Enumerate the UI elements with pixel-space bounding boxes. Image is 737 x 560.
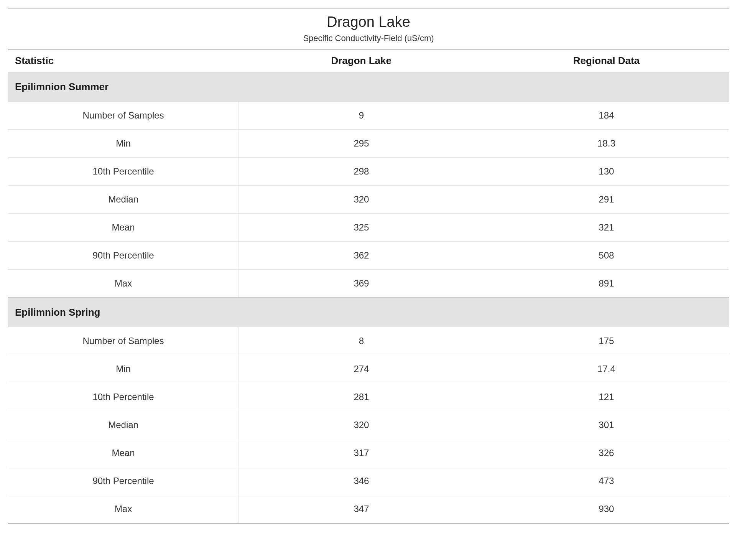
regional-value-cell: 130 — [484, 158, 729, 186]
regional-value-cell: 18.3 — [484, 130, 729, 158]
site-value-cell: 8 — [239, 327, 484, 355]
site-value-cell: 320 — [239, 186, 484, 214]
regional-value-cell: 17.4 — [484, 355, 729, 383]
bottom-rule — [8, 523, 729, 524]
site-value-cell: 347 — [239, 495, 484, 523]
site-value-cell: 274 — [239, 355, 484, 383]
table-row: 90th Percentile346473 — [8, 467, 729, 495]
site-value-cell: 346 — [239, 467, 484, 495]
site-value-cell: 369 — [239, 270, 484, 298]
site-value-cell: 320 — [239, 411, 484, 439]
section-header: Epilimnion Summer — [8, 72, 729, 102]
regional-value-cell: 473 — [484, 467, 729, 495]
stat-name-cell: Min — [8, 130, 239, 158]
table-row: Max347930 — [8, 495, 729, 523]
table-row: Max369891 — [8, 270, 729, 298]
stat-name-cell: Mean — [8, 214, 239, 242]
site-value-cell: 325 — [239, 214, 484, 242]
site-value-cell: 281 — [239, 383, 484, 411]
stat-name-cell: 10th Percentile — [8, 158, 239, 186]
section-header: Epilimnion Spring — [8, 298, 729, 327]
stat-name-cell: 90th Percentile — [8, 467, 239, 495]
report-subtitle: Specific Conductivity-Field (uS/cm) — [8, 33, 729, 43]
regional-value-cell: 508 — [484, 242, 729, 270]
site-value-cell: 362 — [239, 242, 484, 270]
table-row: Min29518.3 — [8, 130, 729, 158]
stat-name-cell: Number of Samples — [8, 327, 239, 355]
stat-name-cell: 10th Percentile — [8, 383, 239, 411]
section-header-row: Epilimnion Spring — [8, 298, 729, 327]
stat-name-cell: 90th Percentile — [8, 242, 239, 270]
stat-name-cell: Median — [8, 411, 239, 439]
site-value-cell: 317 — [239, 439, 484, 467]
site-value-cell: 298 — [239, 158, 484, 186]
regional-value-cell: 184 — [484, 102, 729, 130]
report-container: Dragon Lake Specific Conductivity-Field … — [8, 8, 729, 524]
stat-name-cell: Max — [8, 495, 239, 523]
regional-value-cell: 326 — [484, 439, 729, 467]
table-row: 10th Percentile298130 — [8, 158, 729, 186]
col-header-statistic: Statistic — [8, 49, 239, 72]
col-header-site: Dragon Lake — [239, 49, 484, 72]
column-header-row: Statistic Dragon Lake Regional Data — [8, 49, 729, 72]
table-row: Mean317326 — [8, 439, 729, 467]
site-value-cell: 9 — [239, 102, 484, 130]
stat-name-cell: Min — [8, 355, 239, 383]
table-row: Median320301 — [8, 411, 729, 439]
table-row: Median320291 — [8, 186, 729, 214]
section-header-row: Epilimnion Summer — [8, 72, 729, 102]
stat-name-cell: Median — [8, 186, 239, 214]
site-value-cell: 295 — [239, 130, 484, 158]
regional-value-cell: 930 — [484, 495, 729, 523]
stat-name-cell: Mean — [8, 439, 239, 467]
regional-value-cell: 291 — [484, 186, 729, 214]
table-row: Number of Samples9184 — [8, 102, 729, 130]
table-row: 90th Percentile362508 — [8, 242, 729, 270]
regional-value-cell: 891 — [484, 270, 729, 298]
regional-value-cell: 321 — [484, 214, 729, 242]
regional-value-cell: 121 — [484, 383, 729, 411]
regional-value-cell: 301 — [484, 411, 729, 439]
table-row: Number of Samples8175 — [8, 327, 729, 355]
regional-value-cell: 175 — [484, 327, 729, 355]
stats-table: Statistic Dragon Lake Regional Data Epil… — [8, 49, 729, 523]
table-row: Min27417.4 — [8, 355, 729, 383]
table-row: Mean325321 — [8, 214, 729, 242]
stat-name-cell: Max — [8, 270, 239, 298]
col-header-regional: Regional Data — [484, 49, 729, 72]
stat-name-cell: Number of Samples — [8, 102, 239, 130]
report-header: Dragon Lake Specific Conductivity-Field … — [8, 9, 729, 49]
table-body: Epilimnion SummerNumber of Samples9184Mi… — [8, 72, 729, 523]
top-rule — [8, 8, 729, 8]
report-title: Dragon Lake — [8, 14, 729, 30]
table-row: 10th Percentile281121 — [8, 383, 729, 411]
